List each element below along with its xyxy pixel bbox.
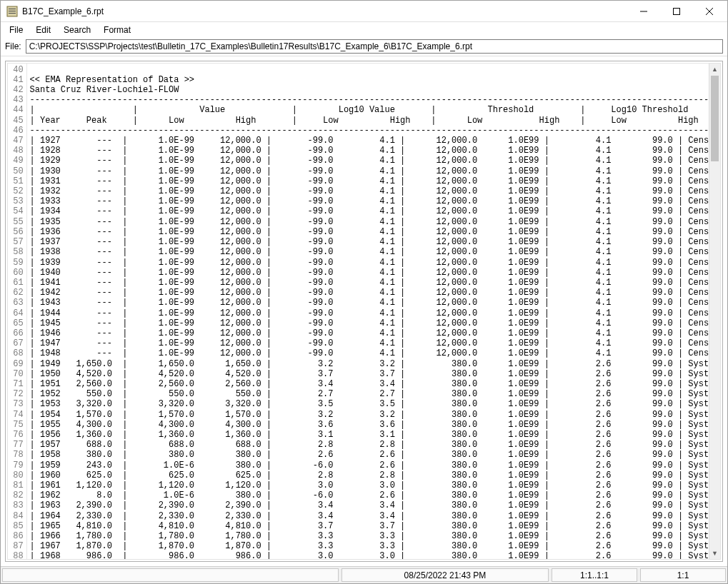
scroll-thumb[interactable] <box>711 76 719 161</box>
menu-edit[interactable]: Edit <box>30 24 56 36</box>
status-empty <box>2 568 339 582</box>
editor-inner: 40 41 42 43 44 45 46 47 48 49 50 51 52 5… <box>7 63 721 560</box>
maximize-button[interactable] <box>660 1 693 22</box>
line-number-gutter: 40 41 42 43 44 45 46 47 48 49 50 51 52 5… <box>8 64 27 560</box>
text-editor[interactable]: << EMA Representation of Data >> Santa C… <box>27 64 709 560</box>
svg-rect-2 <box>9 11 16 11</box>
app-window: B17C_Example_6.rpt File Edit Search Form… <box>0 0 728 584</box>
menu-file[interactable]: File <box>4 24 29 36</box>
file-label: File: <box>5 41 21 51</box>
menu-format[interactable]: Format <box>98 24 136 36</box>
menu-search[interactable]: Search <box>58 24 96 36</box>
status-timestamp: 08/25/2022 21:43 PM <box>341 568 549 582</box>
file-bar: File: <box>1 38 727 56</box>
scroll-track[interactable] <box>709 76 720 548</box>
svg-rect-4 <box>640 11 647 11</box>
svg-rect-5 <box>674 8 680 14</box>
scroll-up-arrow-icon[interactable]: ▲ <box>709 64 720 76</box>
status-bar: 08/25/2022 21:43 PM 1:1..1:1 1:1 <box>1 566 727 583</box>
menubar: File Edit Search Format <box>1 22 727 38</box>
minimize-button[interactable] <box>627 1 660 22</box>
close-button[interactable] <box>693 1 726 22</box>
window-title: B17C_Example_6.rpt <box>22 6 104 16</box>
vertical-scrollbar[interactable]: ▲ ▼ <box>709 64 720 560</box>
status-zoom: 1:1 <box>640 568 726 582</box>
scroll-down-arrow-icon[interactable]: ▼ <box>709 547 720 559</box>
status-selection: 1:1..1:1 <box>552 568 637 582</box>
titlebar[interactable]: B17C_Example_6.rpt <box>1 1 727 22</box>
svg-rect-1 <box>9 9 16 9</box>
editor-panel: 40 41 42 43 44 45 46 47 48 49 50 51 52 5… <box>5 61 723 563</box>
svg-rect-3 <box>9 13 16 14</box>
app-icon <box>6 6 18 17</box>
file-path-input[interactable] <box>26 39 723 54</box>
